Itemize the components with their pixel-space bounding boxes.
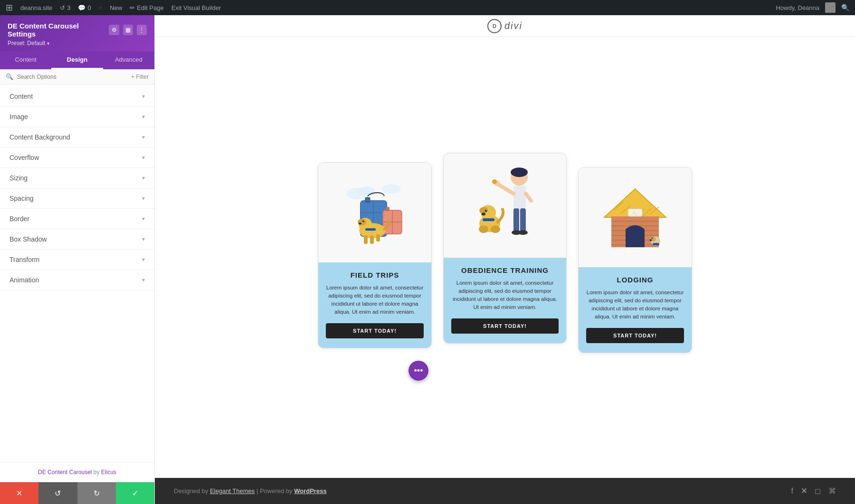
option-sizing[interactable]: Sizing ▾ [0, 168, 154, 188]
card-body-field-trips: Field Trips Lorem ipsum dolor sit amet, … [318, 262, 431, 348]
option-label: Image [10, 113, 28, 121]
chevron-down-icon: ▾ [142, 154, 145, 161]
filter-label: + Filter [131, 74, 149, 80]
sidebar-header: DE Content Carousel Settings ⚙ ▦ ⋮ Prese… [0, 15, 154, 51]
content-area: D divi [155, 15, 855, 504]
sidebar-settings-icon[interactable]: ⚙ [109, 25, 119, 35]
user-avatar-icon [825, 2, 836, 13]
svg-rect-32 [520, 208, 526, 232]
search-bar: 🔍 + Filter [0, 69, 154, 84]
tab-design[interactable]: Design [51, 51, 103, 69]
fab-button[interactable]: ••• [408, 361, 428, 381]
chevron-down-icon: ▾ [142, 277, 145, 283]
card-field-trips: Field Trips Lorem ipsum dolor sit amet, … [318, 162, 432, 348]
svg-rect-20 [365, 228, 376, 231]
site-name[interactable]: deanna.site [20, 4, 52, 11]
cancel-button[interactable]: ✕ [0, 482, 38, 504]
tab-content[interactable]: Content [0, 51, 51, 69]
svg-point-42 [479, 225, 488, 233]
svg-point-38 [485, 209, 487, 212]
redo-button[interactable]: ↻ [77, 482, 116, 504]
sidebar-preset[interactable]: Preset: Default ▾ [8, 40, 147, 47]
divi-logo-circle: D [487, 19, 502, 33]
option-transform[interactable]: Transform ▾ [0, 250, 154, 270]
card-cta-lodging[interactable]: Start Today! [586, 328, 684, 343]
twitter-x-icon[interactable]: ✕ [801, 486, 807, 495]
card-lodging: 🦴 Lodging Lorem ipsum dolor [578, 167, 692, 353]
revisions-link[interactable]: ↺ 3 [60, 4, 70, 11]
svg-point-64 [650, 239, 652, 241]
cancel-icon: ✕ [16, 489, 22, 498]
card-image-field-trips [318, 163, 431, 262]
wp-logo-icon[interactable]: ⊞ [6, 2, 13, 13]
redo-icon: ↻ [94, 489, 100, 498]
page-footer: Designed by Elegant Themes | Powered by … [155, 478, 855, 504]
option-coverflow[interactable]: Coverflow ▾ [0, 148, 154, 168]
undo-button[interactable]: ↺ [38, 482, 77, 504]
search-admin-icon[interactable]: 🔍 [841, 4, 849, 11]
chevron-down-icon: ▾ [142, 215, 145, 222]
edit-page-button[interactable]: ✏ Edit Page [130, 4, 163, 11]
option-image[interactable]: Image ▾ [0, 107, 154, 127]
option-content-background[interactable]: Content Background ▾ [0, 127, 154, 148]
card-title-lodging: Lodging [586, 276, 684, 284]
card-image-lodging: 🦴 [579, 168, 692, 267]
card-cta-obedience[interactable]: Start Today! [451, 318, 559, 334]
card-text-obedience: Lorem ipsum dolor sit amet, consectetur … [451, 279, 559, 312]
new-button[interactable]: New [110, 4, 122, 11]
svg-rect-23 [376, 234, 380, 242]
svg-rect-4 [365, 197, 370, 202]
save-button[interactable]: ✓ [116, 482, 154, 504]
comments-link[interactable]: 💬 0 [78, 4, 91, 11]
sidebar-menu-icon[interactable]: ⋮ [137, 25, 147, 35]
svg-rect-21 [364, 235, 368, 244]
option-content[interactable]: Content ▾ [0, 86, 154, 107]
card-cta-field-trips[interactable]: Start Today! [326, 323, 424, 338]
page-canvas[interactable]: Field Trips Lorem ipsum dolor sit amet, … [155, 37, 855, 504]
chevron-down-icon: ▾ [142, 236, 145, 243]
option-label: Spacing [10, 195, 34, 202]
option-animation[interactable]: Animation ▾ [0, 270, 154, 290]
option-label: Sizing [10, 174, 28, 182]
facebook-icon[interactable]: f [791, 487, 793, 495]
card-text-field-trips: Lorem ipsum dolor sit amet, consectetur … [326, 284, 424, 317]
option-border[interactable]: Border ▾ [0, 209, 154, 229]
admin-bar: ⊞ deanna.site ↺ 3 💬 0 + New ✏ Edit Page … [0, 0, 855, 15]
elegant-themes-link[interactable]: Elegant Themes [210, 487, 255, 495]
option-label: Box Shadow [10, 235, 47, 243]
svg-rect-65 [653, 243, 659, 245]
svg-rect-41 [483, 218, 494, 221]
card-body-lodging: Lodging Lorem ipsum dolor sit amet, cons… [579, 267, 692, 353]
svg-point-29 [492, 179, 497, 184]
option-label: Border [10, 215, 29, 223]
search-icon: 🔍 [6, 73, 13, 80]
svg-point-16 [358, 219, 366, 225]
chevron-down-icon: ▾ [142, 195, 145, 202]
sidebar-layout-icon[interactable]: ▦ [123, 25, 133, 35]
search-input[interactable] [17, 74, 127, 80]
cards-container: Field Trips Lorem ipsum dolor sit amet, … [318, 162, 692, 353]
option-box-shadow[interactable]: Box Shadow ▾ [0, 229, 154, 250]
svg-rect-31 [513, 208, 519, 232]
tab-advanced[interactable]: Advanced [103, 51, 154, 69]
card-title-field-trips: Field Trips [326, 271, 424, 279]
filter-button[interactable]: + Filter [131, 74, 149, 80]
exit-builder-button[interactable]: Exit Visual Builder [171, 4, 221, 11]
svg-point-19 [359, 223, 361, 224]
sidebar-title-text: DE Content Carousel Settings [8, 22, 105, 38]
footer-attribution: Designed by Elegant Themes | Powered by … [174, 487, 327, 495]
divi-header: D divi [155, 15, 855, 37]
plugin-link[interactable]: DE Content Carousel [38, 469, 92, 476]
chevron-down-icon: ▾ [142, 175, 145, 181]
instagram-icon[interactable]: ◻ [815, 486, 821, 495]
wordpress-link[interactable]: WordPress [294, 487, 326, 495]
rss-icon[interactable]: ⌘ [828, 486, 836, 495]
author-link[interactable]: Elicus [101, 469, 116, 476]
svg-point-2 [382, 184, 401, 194]
svg-point-18 [363, 220, 364, 221]
svg-point-1 [358, 187, 375, 196]
option-spacing[interactable]: Spacing ▾ [0, 188, 154, 209]
sidebar-tabs: Content Design Advanced [0, 51, 154, 69]
page-main: Field Trips Lorem ipsum dolor sit amet, … [155, 37, 855, 478]
preset-label: Preset: Default [8, 40, 45, 47]
